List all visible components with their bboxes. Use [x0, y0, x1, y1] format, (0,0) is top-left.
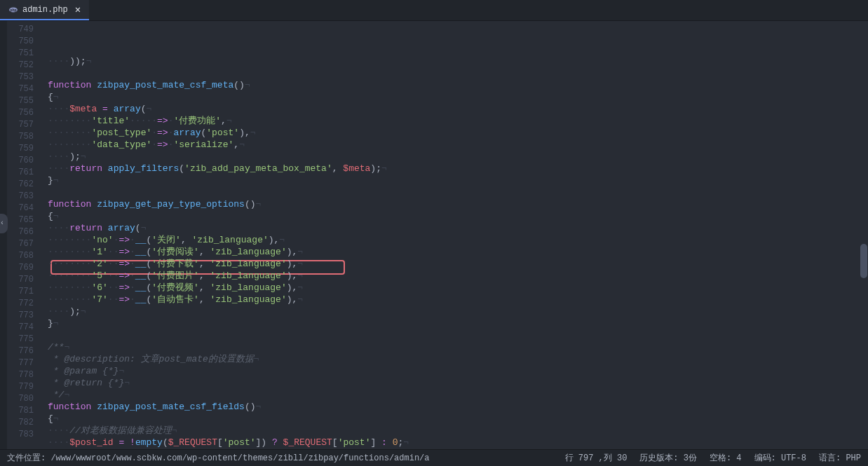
code-line[interactable]: ········'6'··=>·__('付费视频', 'zib_language…	[48, 282, 868, 294]
line-number[interactable]: 758	[7, 131, 42, 143]
scrollbar-thumb[interactable]	[860, 244, 867, 278]
file-tab[interactable]: php admin.php ✕	[0, 0, 89, 20]
code-line[interactable]	[48, 67, 868, 79]
file-language[interactable]: 语言: PHP	[819, 452, 861, 464]
line-number[interactable]: 775	[7, 334, 42, 345]
code-line[interactable]: */¬	[48, 389, 868, 401]
code-line[interactable]: ········'7'··=>·__('自动售卡', 'zib_language…	[48, 294, 868, 306]
line-number[interactable]: 781	[7, 405, 42, 417]
vertical-scrollbar[interactable]	[860, 21, 868, 449]
line-number[interactable]: 751	[7, 48, 42, 60]
panel-expand-handle[interactable]: ‹	[0, 214, 8, 233]
status-bar: 文件位置: /www/wwwroot/www.scbkw.com/wp-cont…	[0, 449, 868, 466]
code-line[interactable]	[48, 186, 868, 198]
php-file-icon: php	[8, 5, 18, 15]
line-number[interactable]: 770	[7, 274, 42, 286]
code-line[interactable]: ········'post_type'·=>·array('post'),¬	[48, 127, 868, 139]
line-number[interactable]: 773	[7, 310, 42, 322]
line-number[interactable]: 778	[7, 369, 42, 381]
tab-bar: php admin.php ✕	[0, 0, 868, 21]
line-number[interactable]: 777	[7, 357, 42, 369]
line-number[interactable]: 763	[7, 191, 42, 203]
line-number[interactable]: 768	[7, 250, 42, 262]
code-line[interactable]: * @param {*}¬	[48, 365, 868, 377]
line-number[interactable]: 755	[7, 95, 42, 107]
code-line[interactable]: /**¬	[48, 341, 868, 353]
code-line[interactable]: ········'title'·····=>·'付费功能',¬	[48, 115, 868, 127]
code-line[interactable]: function zibpay_post_mate_csf_meta()¬	[48, 79, 868, 91]
line-number[interactable]: 776	[7, 345, 42, 357]
code-line[interactable]: ····);¬	[48, 151, 868, 163]
line-number[interactable]: 757	[7, 119, 42, 131]
code-line[interactable]: ········'5'··=>·__('付费图片', 'zib_language…	[48, 270, 868, 282]
code-line[interactable]: }¬	[48, 317, 868, 329]
close-icon[interactable]: ✕	[75, 4, 81, 15]
cursor-position[interactable]: 行 797 ,列 30	[565, 452, 628, 464]
svg-text:php: php	[10, 8, 16, 12]
history-versions[interactable]: 历史版本: 3份	[639, 452, 697, 464]
file-path: /www/wwwroot/www.scbkw.com/wp-content/th…	[50, 453, 429, 463]
line-number[interactable]: 774	[7, 322, 42, 334]
indent-spaces[interactable]: 空格: 4	[710, 452, 742, 464]
code-line[interactable]: {¬	[48, 210, 868, 222]
tab-title: admin.php	[22, 5, 68, 15]
line-number[interactable]: 760	[7, 155, 42, 167]
status-left: 文件位置: /www/wwwroot/www.scbkw.com/wp-cont…	[7, 452, 430, 464]
code-line[interactable]: }¬	[48, 174, 868, 186]
code-line[interactable]: {¬	[48, 413, 868, 425]
code-line[interactable]: ····$post_id = !empty($_REQUEST['post'])…	[48, 437, 868, 448]
line-number-gutter[interactable]: 7497507517527537547557567577587597607617…	[7, 21, 42, 449]
line-number[interactable]: 769	[7, 262, 42, 274]
line-number[interactable]: 754	[7, 83, 42, 95]
line-number[interactable]: 759	[7, 143, 42, 155]
line-number[interactable]: 766	[7, 226, 42, 238]
code-line[interactable]: {¬	[48, 91, 868, 103]
line-number[interactable]: 779	[7, 381, 42, 393]
code-line[interactable]: ····$meta = array(¬	[48, 103, 868, 115]
code-line[interactable]: ········'1'··=>·__('付费阅读', 'zib_language…	[48, 246, 868, 258]
line-number[interactable]: 756	[7, 107, 42, 119]
code-line[interactable]: function zibpay_post_mate_csf_fields()¬	[48, 401, 868, 413]
file-location[interactable]: 文件位置: /www/wwwroot/www.scbkw.com/wp-cont…	[7, 452, 430, 464]
code-line[interactable]: * @return {*}¬	[48, 377, 868, 389]
code-line[interactable]: ····if ($post_id) {¬	[48, 448, 868, 449]
line-number[interactable]: 764	[7, 203, 42, 214]
code-line[interactable]: ········'2'··=>·__('付费下载', 'zib_language…	[48, 258, 868, 270]
line-number[interactable]: 772	[7, 298, 42, 310]
editor-area: ‹ 74975075175275375475575675775875976076…	[0, 21, 868, 449]
code-line[interactable]: ····return array(¬	[48, 222, 868, 234]
line-number[interactable]: 749	[7, 24, 42, 36]
code-line[interactable]: ········'no'·=>·__('关闭', 'zib_language')…	[48, 234, 868, 246]
code-line[interactable]: ····);¬	[48, 306, 868, 317]
code-line[interactable]: * @description: 文章post_mate的设置数据¬	[48, 353, 868, 365]
status-right: 行 797 ,列 30 历史版本: 3份 空格: 4 编码: UTF-8 语言:…	[565, 452, 861, 464]
line-number[interactable]: 752	[7, 60, 42, 71]
line-number[interactable]: 767	[7, 238, 42, 250]
chevron-left-icon: ‹	[0, 219, 4, 227]
line-number[interactable]: 782	[7, 417, 42, 429]
code-line[interactable]: ····return apply_filters('zib_add_pay_me…	[48, 163, 868, 174]
line-number[interactable]: 750	[7, 36, 42, 48]
file-location-label: 文件位置:	[7, 453, 46, 463]
line-number[interactable]: 771	[7, 286, 42, 298]
line-number[interactable]: 783	[7, 429, 42, 441]
line-number[interactable]: 762	[7, 179, 42, 191]
code-content[interactable]: ····));¬function zibpay_post_mate_csf_me…	[42, 21, 868, 449]
code-line[interactable]: function zibpay_get_pay_type_options()¬	[48, 198, 868, 210]
left-panel-edge: ‹	[0, 21, 7, 449]
line-number[interactable]: 753	[7, 71, 42, 83]
line-number[interactable]: 761	[7, 167, 42, 179]
line-number[interactable]: 765	[7, 214, 42, 226]
code-line[interactable]: ····//对老板数据做兼容处理¬	[48, 425, 868, 437]
line-number[interactable]: 780	[7, 393, 42, 405]
code-line[interactable]: ········'data_type'·=>·'serialize',¬	[48, 139, 868, 151]
file-encoding[interactable]: 编码: UTF-8	[754, 452, 806, 464]
code-line[interactable]: ····));¬	[48, 55, 868, 67]
code-line[interactable]	[48, 329, 868, 341]
